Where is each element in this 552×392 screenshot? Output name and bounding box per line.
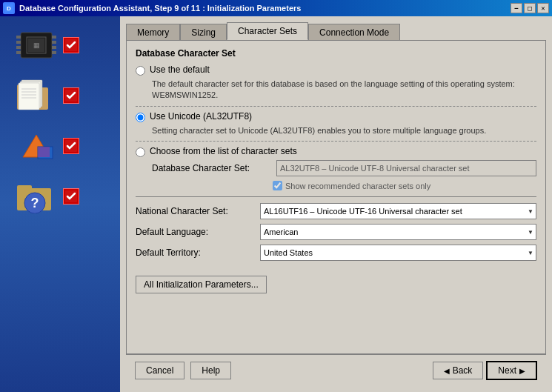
all-params-section: All Initialization Parameters...: [136, 270, 536, 293]
all-params-button[interactable]: All Initialization Parameters...: [136, 276, 267, 293]
separator: [136, 196, 536, 197]
svg-rect-8: [52, 36, 56, 39]
radio-group-choose: Choose from the list of character sets D…: [136, 146, 536, 190]
check-badge-3: [63, 188, 79, 205]
radio-unicode-label: Use Unicode (AL32UTF8): [150, 111, 252, 122]
close-button[interactable]: ✕: [537, 3, 549, 13]
folder-icon: [12, 78, 60, 113]
chip-icon: ▦: [12, 27, 60, 63]
radio-unicode-row: Use Unicode (AL32UTF8): [136, 111, 536, 122]
content-area: Memory Sizing Character Sets Connection …: [120, 16, 552, 392]
radio-default-label: Use the default: [150, 64, 210, 75]
main-panel: Database Character Set Use the default T…: [126, 40, 546, 354]
show-recommended-label: Show recommended character sets only: [285, 182, 430, 190]
radio-choose[interactable]: [136, 147, 145, 157]
tab-character-sets[interactable]: Character Sets: [227, 22, 308, 40]
divider-2: [136, 141, 536, 142]
svg-rect-28: [38, 147, 50, 157]
svg-rect-6: [16, 46, 21, 49]
radio-unicode[interactable]: [136, 113, 145, 122]
default-language-label: Default Language:: [136, 227, 254, 237]
radio-choose-label: Choose from the list of character sets: [150, 146, 297, 156]
national-charset-wrapper: AL16UTF16 – Unicode UTF-16 Universal cha…: [260, 203, 536, 219]
default-language-row: Default Language: American: [136, 224, 536, 240]
default-language-select[interactable]: American: [260, 224, 536, 240]
default-territory-row: Default Territory: United States: [136, 245, 536, 261]
folder2-icon: ?: [12, 179, 60, 214]
radio-default[interactable]: [136, 66, 145, 76]
bottom-bar: Cancel Help ◀ Back Next ▶: [126, 354, 546, 386]
next-button[interactable]: Next ▶: [486, 361, 537, 380]
main-layout: ▦: [0, 16, 552, 392]
svg-rect-7: [16, 51, 21, 54]
svg-text:?: ?: [31, 196, 39, 210]
sidebar: ▦: [0, 16, 120, 392]
default-territory-label: Default Territory:: [136, 248, 254, 258]
app-icon: D: [3, 2, 15, 14]
radio-group-default: Use the default The default character se…: [136, 64, 536, 102]
tab-bar: Memory Sizing Character Sets Connection …: [126, 22, 546, 40]
next-arrow-icon: ▶: [519, 367, 525, 375]
show-recommended-checkbox[interactable]: [273, 181, 282, 190]
divider-1: [136, 106, 536, 107]
radio-choose-row: Choose from the list of character sets: [136, 146, 536, 157]
minimize-button[interactable]: −: [511, 3, 522, 13]
national-charset-row: National Character Set: AL16UTF16 – Unic…: [136, 203, 536, 219]
db-charset-label: Database Character Set:: [152, 163, 270, 173]
sidebar-item-2: [12, 128, 108, 164]
cancel-button[interactable]: Cancel: [135, 362, 184, 379]
svg-rect-4: [16, 36, 21, 39]
default-territory-select[interactable]: United States: [260, 245, 536, 261]
default-territory-wrapper: United States: [260, 245, 536, 261]
back-button[interactable]: ◀ Back: [433, 362, 484, 379]
db-charset-row: Database Character Set: AL32UTF8 – Unico…: [152, 160, 536, 176]
help-button[interactable]: Help: [190, 362, 231, 379]
svg-rect-11: [52, 51, 56, 54]
svg-rect-31: [17, 185, 32, 191]
default-language-wrapper: American: [260, 224, 536, 240]
svg-text:▦: ▦: [33, 41, 39, 49]
title-bar: D Database Configuration Assistant, Step…: [0, 0, 552, 16]
sidebar-item-1: [12, 78, 108, 113]
svg-rect-5: [16, 41, 21, 44]
window-title: Database Configuration Assistant, Step 9…: [19, 4, 511, 13]
svg-rect-9: [52, 41, 56, 44]
svg-rect-20: [19, 83, 39, 110]
tab-sizing[interactable]: Sizing: [180, 24, 227, 41]
national-charset-label: National Character Set:: [136, 206, 254, 216]
tab-connection-mode[interactable]: Connection Mode: [308, 24, 400, 41]
back-arrow-icon: ◀: [444, 367, 450, 375]
check-badge-2: [63, 138, 79, 154]
db-charset-field: AL32UTF8 – Unicode UTF-8 Universal chara…: [276, 160, 536, 176]
window-controls: − □ ✕: [511, 3, 549, 13]
svg-text:D: D: [7, 5, 11, 12]
bottom-left-buttons: Cancel Help: [135, 362, 231, 379]
national-charset-select[interactable]: AL16UTF16 – Unicode UTF-16 Universal cha…: [260, 203, 536, 219]
check-badge-0: [63, 37, 79, 53]
svg-rect-10: [52, 46, 56, 49]
bottom-right-buttons: ◀ Back Next ▶: [433, 361, 537, 380]
radio-unicode-description: Setting character set to Unicode (AL32UT…: [152, 125, 536, 136]
radio-group-unicode: Use Unicode (AL32UTF8) Setting character…: [136, 111, 536, 136]
tab-memory[interactable]: Memory: [126, 24, 180, 41]
show-recommended-row: Show recommended character sets only: [273, 181, 536, 190]
section-title: Database Character Set: [136, 48, 536, 59]
shapes-icon: [12, 128, 60, 164]
sidebar-item-3: ?: [12, 179, 108, 214]
radio-default-description: The default character set for this datab…: [152, 79, 536, 102]
radio-default-row: Use the default: [136, 64, 536, 76]
check-badge-1: [63, 87, 79, 104]
sidebar-item-0: ▦: [12, 27, 108, 63]
maximize-button[interactable]: □: [524, 3, 536, 13]
